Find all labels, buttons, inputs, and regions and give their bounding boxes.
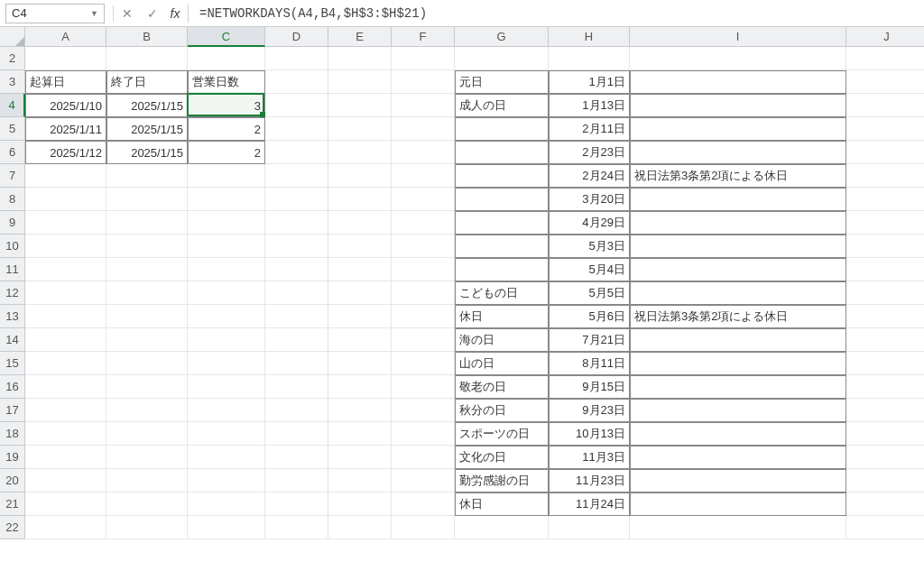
cell-C7[interactable] <box>188 164 265 188</box>
cell-G9[interactable] <box>455 211 549 235</box>
cell-B14[interactable] <box>106 328 188 352</box>
row-header-3[interactable]: 3 <box>0 70 25 94</box>
cell-A7[interactable] <box>25 164 106 188</box>
cell-H6[interactable]: 2月23日 <box>549 141 630 164</box>
cell-I7[interactable]: 祝日法第3条第2項による休日 <box>630 164 846 188</box>
cell-E9[interactable] <box>328 211 392 235</box>
cell-I4[interactable] <box>630 94 846 117</box>
cell-B2[interactable] <box>106 47 188 70</box>
cell-H13[interactable]: 5月6日 <box>549 305 630 328</box>
insert-function-button[interactable]: fx <box>167 4 189 23</box>
cell-D20[interactable] <box>265 469 328 493</box>
cell-I19[interactable] <box>630 446 846 469</box>
cell-I17[interactable] <box>630 399 846 422</box>
cell-B9[interactable] <box>106 211 188 235</box>
cell-A19[interactable] <box>25 446 106 469</box>
row-header-20[interactable]: 20 <box>0 469 25 493</box>
cell-H18[interactable]: 10月13日 <box>549 422 630 446</box>
cell-E11[interactable] <box>328 258 392 281</box>
cell-F22[interactable] <box>392 516 455 539</box>
cell-A21[interactable] <box>25 493 106 516</box>
cell-B8[interactable] <box>106 188 188 211</box>
cell-H16[interactable]: 9月15日 <box>549 375 630 399</box>
cell-C21[interactable] <box>188 493 265 516</box>
cell-B22[interactable] <box>106 516 188 539</box>
cell-J3[interactable] <box>846 70 924 94</box>
cell-B6[interactable]: 2025/1/15 <box>106 141 188 164</box>
cell-B16[interactable] <box>106 375 188 399</box>
cell-F18[interactable] <box>392 422 455 446</box>
cell-D21[interactable] <box>265 493 328 516</box>
cell-C19[interactable] <box>188 446 265 469</box>
cell-C22[interactable] <box>188 516 265 539</box>
cell-G4[interactable]: 成人の日 <box>455 94 549 117</box>
cell-I9[interactable] <box>630 211 846 235</box>
cell-F21[interactable] <box>392 493 455 516</box>
cell-E10[interactable] <box>328 235 392 258</box>
cell-H4[interactable]: 1月13日 <box>549 94 630 117</box>
cell-I20[interactable] <box>630 469 846 493</box>
column-header-C[interactable]: C <box>188 27 265 47</box>
cell-E2[interactable] <box>328 47 392 70</box>
cell-D6[interactable] <box>265 141 328 164</box>
cell-grid[interactable]: 起算日終了日営業日数元日1月1日2025/1/102025/1/153成人の日1… <box>25 47 924 539</box>
cell-F14[interactable] <box>392 328 455 352</box>
cell-B19[interactable] <box>106 446 188 469</box>
cell-A17[interactable] <box>25 399 106 422</box>
cell-D4[interactable] <box>265 94 328 117</box>
cell-C18[interactable] <box>188 422 265 446</box>
cell-E8[interactable] <box>328 188 392 211</box>
column-header-H[interactable]: H <box>549 27 630 47</box>
cell-A10[interactable] <box>25 235 106 258</box>
cell-E20[interactable] <box>328 469 392 493</box>
cell-F11[interactable] <box>392 258 455 281</box>
row-header-21[interactable]: 21 <box>0 493 25 516</box>
cell-J22[interactable] <box>846 516 924 539</box>
cell-A5[interactable]: 2025/1/11 <box>25 117 106 141</box>
cell-E15[interactable] <box>328 352 392 375</box>
cell-D5[interactable] <box>265 117 328 141</box>
row-header-4[interactable]: 4 <box>0 94 25 117</box>
cell-E19[interactable] <box>328 446 392 469</box>
row-header-6[interactable]: 6 <box>0 141 25 164</box>
cell-D22[interactable] <box>265 516 328 539</box>
cell-J11[interactable] <box>846 258 924 281</box>
cell-E5[interactable] <box>328 117 392 141</box>
cell-G16[interactable]: 敬老の日 <box>455 375 549 399</box>
row-header-9[interactable]: 9 <box>0 211 25 235</box>
cell-A2[interactable] <box>25 47 106 70</box>
cell-F10[interactable] <box>392 235 455 258</box>
cell-I5[interactable] <box>630 117 846 141</box>
column-header-E[interactable]: E <box>328 27 392 47</box>
cell-C16[interactable] <box>188 375 265 399</box>
cell-D13[interactable] <box>265 305 328 328</box>
cell-J17[interactable] <box>846 399 924 422</box>
cell-F2[interactable] <box>392 47 455 70</box>
cell-C12[interactable] <box>188 281 265 305</box>
cell-D2[interactable] <box>265 47 328 70</box>
formula-input[interactable]: =NETWORKDAYS(A4,B4,$H$3:$H$21) <box>192 4 924 23</box>
cell-I3[interactable] <box>630 70 846 94</box>
cell-I16[interactable] <box>630 375 846 399</box>
cell-G20[interactable]: 勤労感謝の日 <box>455 469 549 493</box>
column-header-A[interactable]: A <box>25 27 106 47</box>
cell-H3[interactable]: 1月1日 <box>549 70 630 94</box>
cell-C11[interactable] <box>188 258 265 281</box>
cell-B18[interactable] <box>106 422 188 446</box>
cell-C3[interactable]: 営業日数 <box>188 70 265 94</box>
cell-H9[interactable]: 4月29日 <box>549 211 630 235</box>
cell-G19[interactable]: 文化の日 <box>455 446 549 469</box>
cell-E16[interactable] <box>328 375 392 399</box>
cell-A6[interactable]: 2025/1/12 <box>25 141 106 164</box>
cell-D11[interactable] <box>265 258 328 281</box>
cell-F20[interactable] <box>392 469 455 493</box>
cell-H15[interactable]: 8月11日 <box>549 352 630 375</box>
cell-B20[interactable] <box>106 469 188 493</box>
column-header-B[interactable]: B <box>106 27 188 47</box>
cell-E3[interactable] <box>328 70 392 94</box>
cell-J7[interactable] <box>846 164 924 188</box>
cell-B21[interactable] <box>106 493 188 516</box>
cell-J2[interactable] <box>846 47 924 70</box>
cell-C4[interactable]: 3 <box>188 94 265 117</box>
cell-I10[interactable] <box>630 235 846 258</box>
